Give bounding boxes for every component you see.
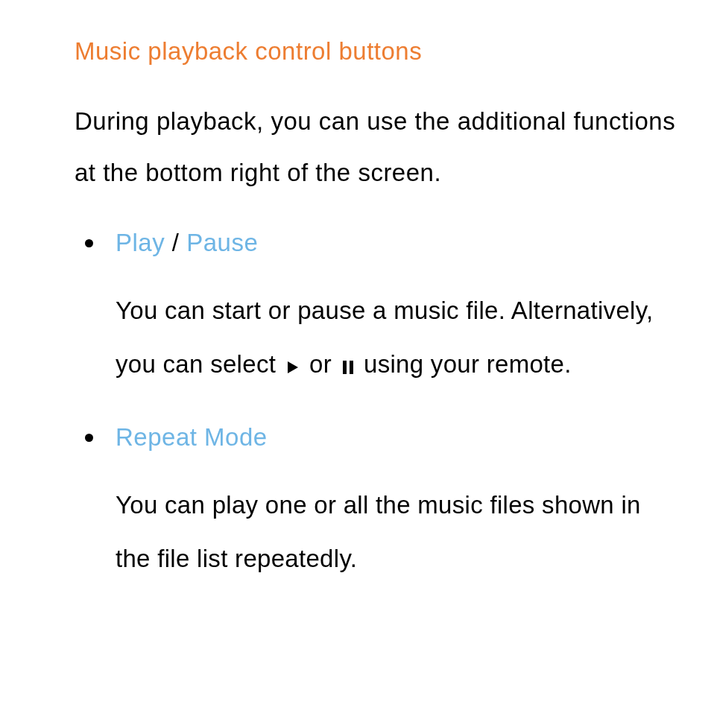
svg-rect-2 bbox=[350, 361, 353, 374]
title-slash: / bbox=[165, 229, 186, 256]
list-item-repeat-mode: Repeat Mode You can play one or all the … bbox=[75, 423, 681, 586]
intro-paragraph: During playback, you can use the additio… bbox=[75, 95, 681, 199]
list-item-play-pause: Play / Pause You can start or pause a mu… bbox=[75, 229, 681, 393]
bullet-dot-icon bbox=[85, 239, 93, 247]
pause-icon bbox=[342, 339, 354, 393]
body-text-mid: or bbox=[303, 350, 339, 378]
play-icon bbox=[286, 339, 300, 393]
title-play: Play bbox=[116, 229, 165, 256]
item-body-play-pause: You can start or pause a music file. Alt… bbox=[116, 284, 681, 393]
bullet-dot-icon bbox=[85, 434, 93, 442]
section-heading: Music playback control buttons bbox=[75, 37, 681, 66]
body-text-after: using your remote. bbox=[357, 350, 572, 378]
title-pause: Pause bbox=[186, 229, 258, 256]
svg-rect-1 bbox=[343, 361, 347, 374]
svg-marker-0 bbox=[288, 361, 298, 373]
item-body-repeat-mode: You can play one or all the music files … bbox=[116, 478, 681, 586]
item-title-repeat-mode: Repeat Mode bbox=[116, 423, 681, 452]
item-title-play-pause: Play / Pause bbox=[116, 229, 681, 257]
bullet-list: Play / Pause You can start or pause a mu… bbox=[75, 229, 681, 586]
